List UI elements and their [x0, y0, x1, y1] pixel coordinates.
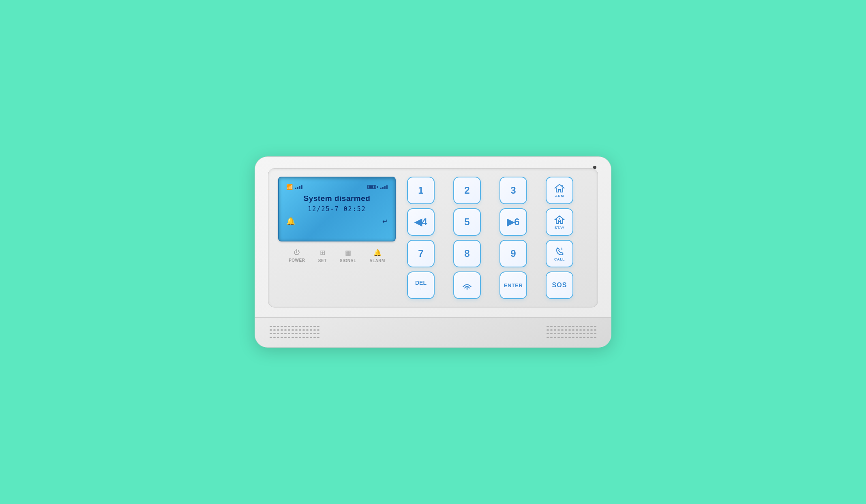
key-sos-display: SOS [552, 282, 567, 289]
arm-house-icon [554, 183, 565, 194]
key-7-button[interactable]: 7 [407, 240, 435, 267]
lcd-datetime: 12/25-7 02:52 [286, 205, 388, 213]
key-9-display: 9 [510, 248, 516, 259]
call-label: CALL [554, 258, 565, 261]
wifi-signal-bars [380, 185, 388, 189]
key-del-display: DEL [415, 280, 427, 286]
right-speaker-grille [547, 326, 596, 339]
key-3-display: 3 [510, 185, 516, 196]
key-call-button[interactable]: CALL [546, 240, 573, 267]
left-speaker-grille [270, 326, 319, 339]
signal-bars [295, 185, 302, 189]
battery-body [367, 185, 376, 189]
lcd-screen: 📶 [278, 177, 396, 241]
indicator-alarm: 🔔 ALARM [369, 249, 385, 263]
inner-panel: 📶 [268, 168, 598, 308]
key-4-button[interactable]: ◀4 [407, 208, 435, 236]
device-bottom [255, 317, 611, 347]
alarm-icon: 🔔 [373, 249, 382, 256]
key-sos-button[interactable]: SOS [546, 271, 573, 299]
lcd-status-text: System disarmed [286, 194, 388, 203]
key-2-button[interactable]: 2 [453, 177, 481, 204]
key-7-display: 7 [418, 248, 423, 259]
gsm-signal-icon: 📶 [286, 184, 302, 190]
key-5-button[interactable]: 5 [453, 208, 481, 236]
power-icon: ⏻ [294, 249, 300, 256]
key-6-button[interactable]: ▶6 [499, 208, 527, 236]
call-phone-icon [554, 246, 565, 257]
enter-arrow-icon: ↵ [382, 218, 388, 225]
bell-icon: 🔔 [286, 217, 295, 226]
stay-label: STAY [555, 226, 565, 230]
indicator-set: ⊞ SET [318, 249, 327, 263]
status-indicators: ⏻ POWER ⊞ SET ▦ SIGNAL 🔔 ALARM [278, 249, 396, 263]
key-4-display: ◀4 [414, 216, 427, 228]
key-enter-display: ENTER [504, 282, 523, 288]
key-arm-button[interactable]: ARM [546, 177, 573, 204]
key-0-button[interactable] [453, 271, 481, 299]
key-del-button[interactable]: DEL ← [407, 271, 435, 299]
battery-signal-group [367, 185, 388, 189]
lcd-bottom-row: 🔔 ↵ [286, 217, 388, 226]
key-9-button[interactable]: 9 [499, 240, 527, 267]
device-top-panel: 📶 [255, 157, 611, 317]
keypad-section: 1 2 3 ARM ◀4 [407, 177, 588, 299]
key-3-button[interactable]: 3 [499, 177, 527, 204]
arm-label: ARM [555, 194, 564, 198]
set-label: SET [318, 258, 327, 263]
set-icon: ⊞ [320, 249, 325, 256]
signal-label: SIGNAL [340, 258, 356, 263]
key-8-button[interactable]: 8 [453, 240, 481, 267]
lcd-section: 📶 [278, 177, 396, 263]
key-del-sub: ← [419, 287, 423, 291]
key-1-display: 1 [418, 185, 423, 196]
power-label: POWER [289, 258, 305, 263]
battery-tip [377, 186, 378, 188]
stay-house-icon [554, 215, 565, 225]
alarm-label: ALARM [369, 258, 385, 263]
key-8-display: 8 [464, 248, 469, 259]
signal-icon: ▦ [345, 249, 351, 256]
key-5-display: 5 [464, 216, 469, 228]
lcd-top-row: 📶 [286, 184, 388, 190]
indicator-power: ⏻ POWER [289, 249, 305, 263]
svg-point-0 [559, 189, 560, 190]
antenna-icon: 📶 [286, 184, 293, 190]
key-6-display: ▶6 [507, 216, 519, 228]
alarm-keypad-device: 📶 [255, 156, 611, 348]
key-0-signal-icon [460, 279, 474, 291]
key-stay-button[interactable]: STAY [546, 208, 573, 236]
key-1-button[interactable]: 1 [407, 177, 435, 204]
indicator-signal: ▦ SIGNAL [340, 249, 356, 263]
camera-dot [593, 166, 596, 169]
battery-icon [367, 185, 378, 189]
key-enter-button[interactable]: ENTER [499, 271, 527, 299]
key-2-display: 2 [464, 185, 469, 196]
